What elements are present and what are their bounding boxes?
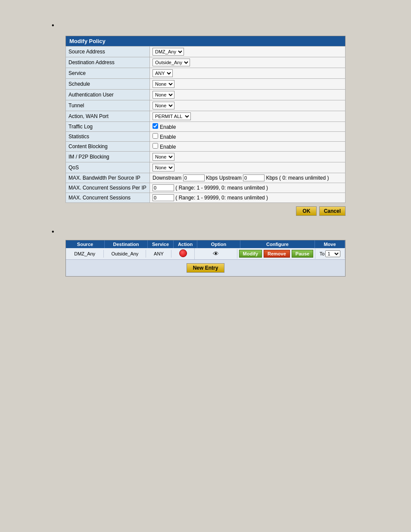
field-select[interactable]: None bbox=[153, 153, 174, 161]
field-label: Statistics bbox=[66, 132, 150, 142]
field-label: MAX. Bandwidth Per Source IP bbox=[66, 173, 150, 183]
policy-field-row: Action, WAN PortPERMIT ALL bbox=[66, 111, 346, 122]
policy-field-row: Content BlockingEnable bbox=[66, 142, 346, 152]
policy-field-row: ServiceANY bbox=[66, 68, 346, 79]
header-source: Source bbox=[66, 240, 105, 248]
field-select[interactable]: PERMIT ALL bbox=[153, 112, 191, 120]
row-option[interactable]: 👁 bbox=[195, 249, 237, 258]
field-select[interactable]: None bbox=[153, 91, 174, 99]
field-value[interactable]: None bbox=[150, 100, 346, 111]
field-value[interactable]: ( Range: 1 - 99999, 0: means unlimited ) bbox=[150, 183, 346, 193]
row-configure: Modify Remove Pause bbox=[237, 249, 316, 259]
policy-field-row: IM / P2P BlockingNone bbox=[66, 152, 346, 162]
field-checkbox-label: Enable bbox=[160, 124, 176, 130]
modify-policy-header: Modify Policy bbox=[66, 36, 346, 47]
field-checkbox-label: Enable bbox=[160, 134, 176, 140]
policy-field-row: MAX. Concurrent Sessions Per IP ( Range:… bbox=[66, 183, 346, 193]
policy-field-row: Destination AddressOutside_Any bbox=[66, 57, 346, 68]
policy-field-row: ScheduleNone bbox=[66, 79, 346, 90]
modify-button[interactable]: Modify bbox=[239, 250, 262, 258]
field-value[interactable]: None bbox=[150, 162, 346, 173]
row-service: ANY bbox=[146, 250, 171, 258]
field-checkbox-label: Enable bbox=[160, 144, 176, 150]
cancel-button[interactable]: Cancel bbox=[319, 206, 346, 216]
field-label: Service bbox=[66, 68, 150, 79]
field-checkbox[interactable] bbox=[153, 133, 158, 139]
header-move: Move bbox=[315, 240, 345, 248]
field-value[interactable]: PERMIT ALL bbox=[150, 111, 346, 122]
policy-field-row: MAX. Bandwidth Per Source IPDownstream K… bbox=[66, 173, 346, 183]
ok-button[interactable]: OK bbox=[296, 206, 317, 216]
field-value[interactable]: Enable bbox=[150, 132, 346, 142]
policy-field-row: Authentication UserNone bbox=[66, 90, 346, 100]
field-select[interactable]: Outside_Any bbox=[153, 59, 190, 66]
policy-field-row: MAX. Concurrent Sessions ( Range: 1 - 99… bbox=[66, 193, 346, 203]
downstream-label: Downstream bbox=[153, 175, 183, 181]
field-value[interactable]: ANY bbox=[150, 68, 346, 79]
field-value[interactable]: Enable bbox=[150, 142, 346, 152]
field-value[interactable]: ( Range: 1 - 99999, 0: means unlimited ) bbox=[150, 193, 346, 203]
header-action: Action bbox=[174, 240, 197, 248]
field-label: Schedule bbox=[66, 79, 150, 90]
table-row: DMZ_Any Outside_Any ANY 👁 Modify Remove … bbox=[66, 248, 345, 259]
policy-list-header: Source Destination Service Action Option… bbox=[66, 240, 345, 248]
field-checkbox[interactable] bbox=[153, 143, 158, 149]
row-destination: Outside_Any bbox=[104, 250, 146, 258]
move-to-label: To bbox=[320, 251, 325, 256]
row-move: To 1 bbox=[315, 249, 345, 258]
policy-field-row: StatisticsEnable bbox=[66, 132, 346, 142]
header-destination: Destination bbox=[105, 240, 148, 248]
pause-button[interactable]: Pause bbox=[292, 250, 313, 258]
field-label: Authentication User bbox=[66, 90, 150, 100]
row-action bbox=[171, 248, 195, 259]
header-option: Option bbox=[197, 240, 240, 248]
field-select[interactable]: DMZ_Any bbox=[153, 48, 184, 56]
sessions-input[interactable] bbox=[153, 194, 174, 201]
field-select[interactable]: ANY bbox=[153, 69, 173, 77]
field-label: QoS bbox=[66, 162, 150, 173]
sessions-note: ( Range: 1 - 99999, 0: means unlimited ) bbox=[174, 185, 268, 191]
field-label: IM / P2P Blocking bbox=[66, 152, 150, 162]
header-configure: Configure bbox=[240, 240, 315, 248]
field-label: Source Address bbox=[66, 47, 150, 57]
move-select[interactable]: 1 bbox=[325, 250, 340, 257]
header-service: Service bbox=[148, 240, 174, 248]
field-value[interactable]: None bbox=[150, 90, 346, 100]
upstream-input[interactable] bbox=[243, 174, 265, 181]
sessions-note: ( Range: 1 - 99999, 0: means unlimited ) bbox=[174, 195, 268, 201]
field-checkbox[interactable] bbox=[153, 123, 158, 129]
field-select[interactable]: None bbox=[153, 164, 174, 171]
new-entry-button[interactable]: New Entry bbox=[187, 263, 225, 273]
field-label: Traffic Log bbox=[66, 122, 150, 132]
sessions-input[interactable] bbox=[153, 184, 174, 191]
policy-field-row: TunnelNone bbox=[66, 100, 346, 111]
field-select[interactable]: None bbox=[153, 80, 174, 88]
new-entry-row: New Entry bbox=[66, 259, 345, 276]
field-label: MAX. Concurrent Sessions Per IP bbox=[66, 183, 150, 193]
policy-field-row: QoSNone bbox=[66, 162, 346, 173]
action-circle-icon bbox=[179, 249, 187, 257]
field-value[interactable]: DMZ_Any bbox=[150, 47, 346, 57]
field-label: Content Blocking bbox=[66, 142, 150, 152]
field-value[interactable]: Outside_Any bbox=[150, 57, 346, 68]
policy-field-row: Traffic LogEnable bbox=[66, 122, 346, 132]
downstream-input[interactable] bbox=[183, 174, 205, 181]
field-label: MAX. Concurrent Sessions bbox=[66, 193, 150, 203]
row-source: DMZ_Any bbox=[66, 250, 104, 258]
field-value[interactable]: None bbox=[150, 152, 346, 162]
policy-field-row: Source AddressDMZ_Any bbox=[66, 47, 346, 57]
bandwidth-note: Kbps ( 0: means unlimited ) bbox=[265, 175, 329, 181]
bullet-point-2: • bbox=[52, 228, 54, 235]
field-value[interactable]: Enable bbox=[150, 122, 346, 132]
field-value[interactable]: Downstream Kbps Upstream Kbps ( 0: means… bbox=[150, 173, 346, 183]
field-value[interactable]: None bbox=[150, 79, 346, 90]
field-label: Tunnel bbox=[66, 100, 150, 111]
bullet-point-1: • bbox=[52, 22, 54, 29]
field-select[interactable]: None bbox=[153, 102, 174, 109]
field-label: Action, WAN Port bbox=[66, 111, 150, 122]
remove-button[interactable]: Remove bbox=[264, 250, 290, 258]
eye-icon[interactable]: 👁 bbox=[213, 250, 219, 257]
kbps-upstream-label: Kbps Upstream bbox=[205, 175, 243, 181]
field-label: Destination Address bbox=[66, 57, 150, 68]
